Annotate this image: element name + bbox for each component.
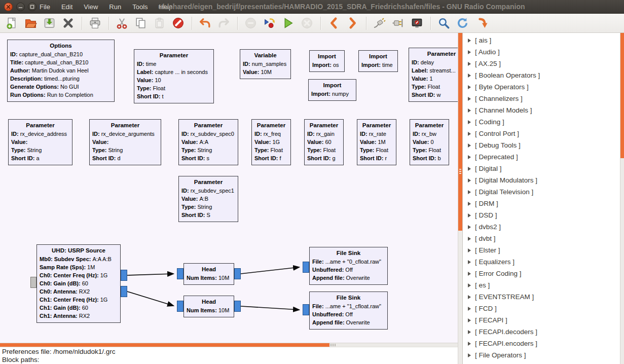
block-param-rx-subdev-spec1[interactable]: ParameterID:rx_subdev_spec1Value:A:BType… bbox=[178, 176, 238, 222]
save-flowgraph-button[interactable] bbox=[41, 15, 58, 31]
toggle-disabled-blocks-button[interactable] bbox=[408, 15, 425, 31]
expander-icon[interactable] bbox=[468, 62, 471, 66]
port-head1-in[interactable] bbox=[177, 301, 183, 312]
delete-button[interactable] bbox=[169, 15, 187, 31]
menu-tools[interactable]: Tools bbox=[132, 3, 148, 11]
expander-icon[interactable] bbox=[468, 318, 471, 322]
expander-icon[interactable] bbox=[468, 108, 471, 113]
sidebar-category-digitaltelevision[interactable]: [ Digital Television ] bbox=[463, 186, 620, 198]
expander-icon[interactable] bbox=[468, 74, 471, 78]
canvas-horizontal-scrollbar[interactable] bbox=[0, 343, 458, 347]
copy-button[interactable] bbox=[132, 15, 149, 31]
connection-wire-0[interactable] bbox=[127, 274, 173, 275]
connection-wire-1[interactable] bbox=[127, 292, 173, 306]
port-file-sink0-in[interactable] bbox=[303, 262, 309, 273]
sidebar-scrollbar[interactable] bbox=[620, 33, 624, 364]
port-file-sink1-in[interactable] bbox=[303, 304, 309, 315]
hscroll-thumb[interactable] bbox=[0, 343, 329, 347]
port-head0-in[interactable] bbox=[177, 268, 183, 279]
sidebar-scroll-thumb[interactable] bbox=[620, 33, 624, 158]
block-file-sink1[interactable]: File SinkFile:...ame + "1_cfloat.raw"Unb… bbox=[309, 292, 388, 330]
sidebar-category-digitalmodulators[interactable]: [ Digital Modulators ] bbox=[463, 174, 620, 186]
port-head1-out[interactable] bbox=[234, 301, 241, 312]
block-var-num-samples[interactable]: VariableID:num_samplesValue:10M bbox=[240, 49, 291, 79]
expander-icon[interactable] bbox=[468, 353, 471, 357]
sidebar-category-eventstream[interactable]: [ EVENTSTREAM ] bbox=[463, 291, 620, 303]
sidebar-category-ais[interactable]: [ ais ] bbox=[463, 34, 620, 46]
undo-button[interactable] bbox=[196, 15, 213, 31]
expander-icon[interactable] bbox=[468, 39, 471, 43]
new-flowgraph-button[interactable] bbox=[3, 15, 20, 31]
toggle-hidden-ports-button[interactable] bbox=[371, 15, 388, 31]
open-flowgraph-button[interactable] bbox=[22, 15, 39, 31]
port-usrp-msg-in[interactable] bbox=[30, 277, 36, 288]
sidebar-category-deprecated[interactable]: [ Deprecated ] bbox=[463, 151, 620, 163]
block-head1[interactable]: HeadNum Items:10M bbox=[183, 296, 234, 317]
block-param-rx-gain[interactable]: ParameterID:rx_gainValue:60Type:FloatSho… bbox=[304, 119, 344, 165]
expander-icon[interactable] bbox=[468, 283, 471, 287]
expander-icon[interactable] bbox=[468, 260, 471, 264]
block-param-rx-freq[interactable]: ParameterID:rx_freqValue:1GType:FloatSho… bbox=[251, 119, 291, 165]
block-options[interactable]: OptionsID:capture_dual_chan_B210Title:ca… bbox=[7, 40, 115, 102]
expander-icon[interactable] bbox=[468, 248, 471, 252]
menu-edit[interactable]: Edit bbox=[61, 3, 72, 11]
port-usrp-out1[interactable] bbox=[121, 286, 127, 297]
sidebar-category-fecapiencoders[interactable]: [ FECAPI.encoders ] bbox=[463, 338, 620, 349]
expander-icon[interactable] bbox=[468, 167, 471, 171]
sidebar-category-coding[interactable]: [ Coding ] bbox=[463, 116, 620, 128]
expander-icon[interactable] bbox=[468, 202, 471, 206]
expander-icon[interactable] bbox=[468, 307, 471, 311]
expander-icon[interactable] bbox=[468, 237, 471, 241]
sidebar-category-digital[interactable]: [ Digital ] bbox=[463, 163, 620, 174]
expander-icon[interactable] bbox=[468, 85, 471, 89]
expander-icon[interactable] bbox=[468, 143, 471, 148]
sidebar-category-fecapi[interactable]: [ FECAPI ] bbox=[463, 314, 620, 326]
print-button[interactable] bbox=[86, 15, 103, 31]
block-param-rx-subdev-spec0[interactable]: ParameterID:rx_subdev_spec0Value:A:AType… bbox=[178, 119, 238, 165]
block-import-time[interactable]: ImportImport:time bbox=[358, 50, 398, 72]
window-minimize-button[interactable] bbox=[16, 3, 25, 11]
expander-icon[interactable] bbox=[468, 295, 471, 299]
expander-icon[interactable] bbox=[468, 50, 471, 54]
sidebar-category-channelizers[interactable]: [ Channelizers ] bbox=[463, 93, 620, 104]
sidebar-category-equalizers[interactable]: [ Equalizers ] bbox=[463, 256, 620, 268]
execute-flowgraph-button[interactable] bbox=[279, 15, 297, 31]
sidebar-category-dsd[interactable]: [ DSD ] bbox=[463, 209, 620, 221]
expander-icon[interactable] bbox=[468, 330, 471, 334]
sidebar-category-byteoperators[interactable]: [ Byte Operators ] bbox=[463, 81, 620, 93]
window-close-button[interactable] bbox=[4, 3, 13, 11]
block-param-rx-device-arguments[interactable]: ParameterID:rx_device_argumentsValue:Typ… bbox=[89, 119, 161, 165]
port-head0-out[interactable] bbox=[234, 268, 241, 279]
expander-icon[interactable] bbox=[468, 342, 471, 346]
canvas-vertical-scrollbar[interactable] bbox=[458, 33, 463, 364]
generate-flowgraph-button[interactable] bbox=[261, 15, 278, 31]
expander-icon[interactable] bbox=[468, 178, 471, 183]
block-param-rx-device-address[interactable]: ParameterID:rx_device_addressValue:Type:… bbox=[8, 119, 72, 165]
pane-grip-icon[interactable] bbox=[459, 169, 461, 174]
sidebar-category-audio[interactable]: [ Audio ] bbox=[463, 46, 620, 58]
expander-icon[interactable] bbox=[468, 190, 471, 194]
sidebar-category-drm[interactable]: [ DRM ] bbox=[463, 198, 620, 209]
sidebar-category-filter[interactable]: [ Filter ] bbox=[463, 361, 620, 364]
expander-icon[interactable] bbox=[468, 213, 471, 217]
sidebar-category-ax25[interactable]: [ AX.25 ] bbox=[463, 58, 620, 69]
forward-button[interactable] bbox=[344, 15, 361, 31]
window-maximize-button[interactable] bbox=[28, 3, 36, 11]
find-block-button[interactable] bbox=[435, 15, 452, 31]
port-usrp-out0[interactable] bbox=[121, 270, 127, 281]
block-file-sink0[interactable]: File SinkFile:...ame + "0_cfloat.raw"Unb… bbox=[309, 247, 388, 285]
sidebar-category-debugtools[interactable]: [ Debug Tools ] bbox=[463, 139, 620, 151]
expander-icon[interactable] bbox=[468, 97, 471, 101]
block-import-numpy[interactable]: ImportImport:numpy bbox=[308, 79, 356, 101]
sidebar-category-dvbt[interactable]: [ dvbt ] bbox=[463, 233, 620, 244]
hscroll-grip-icon[interactable] bbox=[331, 344, 336, 346]
connection-wire-2[interactable] bbox=[241, 267, 299, 274]
expander-icon[interactable] bbox=[468, 132, 471, 136]
expander-icon[interactable] bbox=[468, 272, 471, 276]
block-head0[interactable]: HeadNum Items:10M bbox=[183, 263, 234, 285]
menu-file[interactable]: File bbox=[40, 3, 50, 11]
expander-icon[interactable] bbox=[468, 155, 471, 159]
block-param-rx-bw[interactable]: ParameterID:rx_bwValue:0Type:FloatShort … bbox=[410, 119, 449, 165]
sidebar-category-controlport[interactable]: [ Control Port ] bbox=[463, 128, 620, 139]
block-import-os[interactable]: ImportImport:os bbox=[309, 50, 345, 72]
